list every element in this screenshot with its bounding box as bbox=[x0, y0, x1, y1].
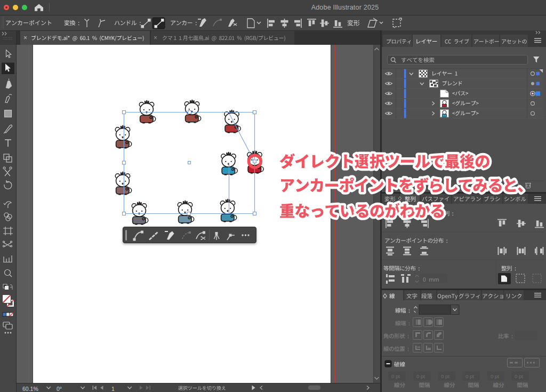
svg-text:0 pt: 0 pt bbox=[416, 373, 425, 379]
svg-text:0 pt: 0 pt bbox=[491, 373, 499, 379]
svg-text:0 pt: 0 pt bbox=[391, 373, 400, 379]
svg-text:0 pt: 0 pt bbox=[441, 373, 449, 379]
svg-text:0 pt: 0 pt bbox=[515, 373, 523, 379]
svg-text:0 pt: 0 pt bbox=[465, 373, 474, 379]
